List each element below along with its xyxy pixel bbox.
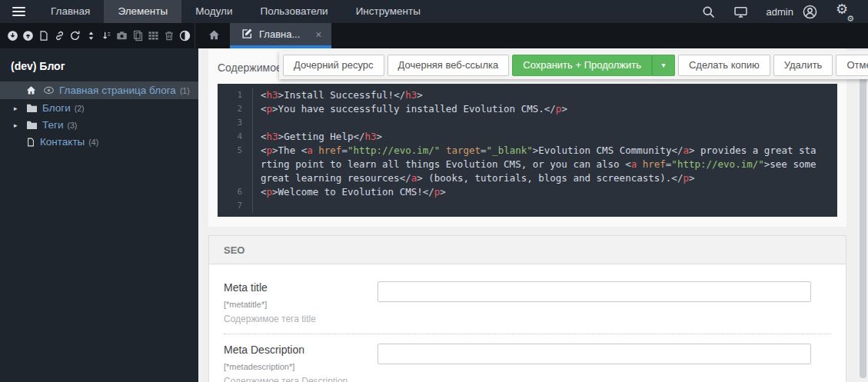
action-bar: Дочерний ресурсДочерняя веб-ссылкаСохран… (279, 51, 868, 79)
tab-home[interactable] (198, 23, 230, 48)
tree-item-0[interactable]: Главная страница блога(1) (0, 81, 198, 99)
tree-item-2[interactable]: ▸Теги(3) (0, 117, 198, 133)
search-icon[interactable] (702, 5, 715, 18)
refresh-icon[interactable] (68, 28, 82, 45)
action-button-0[interactable]: Дочерний ресурс (283, 55, 384, 76)
vertical-scrollbar (858, 48, 868, 382)
line-number: 7 (218, 199, 253, 213)
tree-item-label: Главная страница блога (59, 85, 176, 96)
save-button-group: Сохранить + Продолжить▾ (512, 55, 675, 76)
code-text: <p>You have successfully installed Evolu… (253, 102, 567, 116)
display-icon[interactable] (733, 5, 748, 18)
home-icon (25, 85, 37, 95)
code-editor[interactable]: 1<h3>Install Successful!</h3>2<p>You hav… (218, 84, 837, 217)
action-button-3[interactable]: Сделать копию (678, 55, 770, 76)
field-label-block: Meta Description[*metadescription*]Содер… (224, 344, 377, 382)
nav-item-4[interactable]: Инструменты (342, 0, 434, 23)
field-tv-tag: [*metadescription*] (224, 362, 377, 371)
eye-icon (43, 86, 55, 95)
seo-field-row: Meta Description[*metadescription*]Содер… (224, 334, 831, 382)
tree-item-label: Теги (42, 119, 63, 131)
field-label-block: Meta title[*metatitle*]Содержимое тега t… (224, 281, 377, 324)
nav-item-3[interactable]: Пользователи (247, 0, 342, 23)
code-line[interactable]: 4<h3>Getting Help</h3> (218, 130, 837, 144)
edit-icon (241, 28, 253, 42)
trash-icon[interactable] (161, 28, 176, 45)
action-button-4[interactable]: Удалить (773, 55, 833, 76)
seo-input-0[interactable] (377, 281, 811, 302)
code-line[interactable]: 2<p>You have successfully installed Evol… (218, 102, 837, 116)
field-tv-tag: [*metatitle*] (224, 300, 377, 309)
new-document-icon[interactable] (37, 28, 52, 45)
duplicate-icon[interactable] (131, 28, 145, 45)
screenshot-icon[interactable] (115, 28, 129, 45)
line-number: 4 (218, 130, 253, 144)
line-number (218, 171, 253, 185)
site-title: (dev) Блог (0, 52, 198, 81)
code-line[interactable]: 1<h3>Install Successful!</h3> (218, 88, 837, 102)
line-number: 1 (218, 88, 253, 102)
seo-field-row: Meta title[*metatitle*]Содержимое тега t… (224, 277, 831, 334)
line-number: 6 (218, 185, 253, 199)
user-avatar-icon[interactable] (803, 5, 817, 19)
topbar: ГлавнаяЭлементыМодулиПользователиИнструм… (0, 0, 868, 23)
tab-document-active[interactable]: Главна... × (230, 23, 331, 48)
username[interactable]: admin (767, 6, 793, 18)
code-line[interactable]: great learning resources</a> (books, tut… (218, 171, 837, 185)
sort-icon[interactable] (84, 28, 98, 45)
action-button-5[interactable]: Отмена (836, 55, 868, 76)
topbar-nav: ГлавнаяЭлементыМодулиПользователиИнструм… (37, 0, 434, 23)
code-line[interactable]: rting point to learn all things Evolutio… (218, 158, 837, 171)
code-text: <p>Welcome to Evolution CMS!</p> (253, 185, 446, 199)
save-dropdown-caret[interactable]: ▾ (652, 55, 675, 76)
resource-tree-sidebar: (dev) Блог Главная страница блога(1)▸Бло… (0, 48, 198, 382)
code-line[interactable]: 7 (218, 199, 837, 213)
code-line[interactable]: 5<p>The <a href="http://evo.im/" target=… (218, 144, 837, 158)
sort-numeric-icon[interactable] (99, 28, 114, 45)
home-icon (208, 29, 221, 43)
link-icon[interactable] (52, 28, 67, 45)
seo-header: SEO (209, 236, 846, 264)
folder-icon (26, 120, 38, 130)
contrast-icon[interactable] (178, 28, 192, 45)
scrollbar-thumb[interactable] (860, 52, 866, 378)
move-down-icon[interactable] (5, 28, 20, 45)
toolbar-row: Главна... × (0, 23, 868, 48)
folder-icon (26, 103, 38, 113)
code-text: <h3>Getting Help</h3> (253, 130, 382, 144)
field-hint: Содержимое тега Description (224, 376, 377, 382)
toolbar-divider (195, 23, 195, 48)
code-text: <h3>Install Successful!</h3> (253, 88, 423, 102)
chevron-right-icon[interactable]: ▸ (14, 121, 26, 129)
hamburger-icon[interactable] (0, 0, 37, 23)
code-text: <p>The <a href="http://evo.im/" target="… (253, 144, 816, 158)
move-up-icon[interactable] (21, 28, 35, 45)
file-icon (26, 137, 35, 148)
content-area: Содержимое р 1<h3>Install Successful!</h… (198, 48, 868, 382)
field-label: Meta Description (224, 344, 377, 356)
resource-id: (4) (88, 138, 98, 147)
code-line[interactable]: 3 (218, 116, 837, 130)
chevron-right-icon[interactable]: ▸ (14, 105, 26, 112)
settings-gears-icon[interactable]: ⚙⚙ (836, 3, 854, 20)
line-number: 5 (218, 144, 253, 158)
nav-item-1[interactable]: Элементы (104, 0, 181, 23)
resource-tree: Главная страница блога(1)▸Блоги(2)▸Теги(… (0, 81, 198, 150)
close-icon[interactable]: × (315, 28, 321, 41)
tree-item-1[interactable]: ▸Блоги(2) (0, 100, 198, 116)
nav-item-0[interactable]: Главная (37, 0, 104, 23)
line-number (218, 158, 253, 171)
action-button-1[interactable]: Дочерняя веб-ссылка (387, 55, 510, 76)
line-number: 2 (218, 102, 253, 116)
line-number: 3 (218, 116, 253, 130)
save-continue-button[interactable]: Сохранить + Продолжить (512, 55, 652, 76)
code-line[interactable]: 6<p>Welcome to Evolution CMS!</p> (218, 185, 837, 199)
seo-input-1[interactable] (377, 344, 811, 364)
resource-id: (3) (67, 121, 77, 130)
resource-id: (1) (180, 86, 190, 95)
table-icon[interactable] (146, 28, 161, 45)
resource-toolbar (0, 23, 192, 48)
nav-item-2[interactable]: Модули (181, 0, 246, 23)
code-text (253, 199, 261, 213)
tree-item-3[interactable]: Контакты(4) (0, 134, 198, 150)
